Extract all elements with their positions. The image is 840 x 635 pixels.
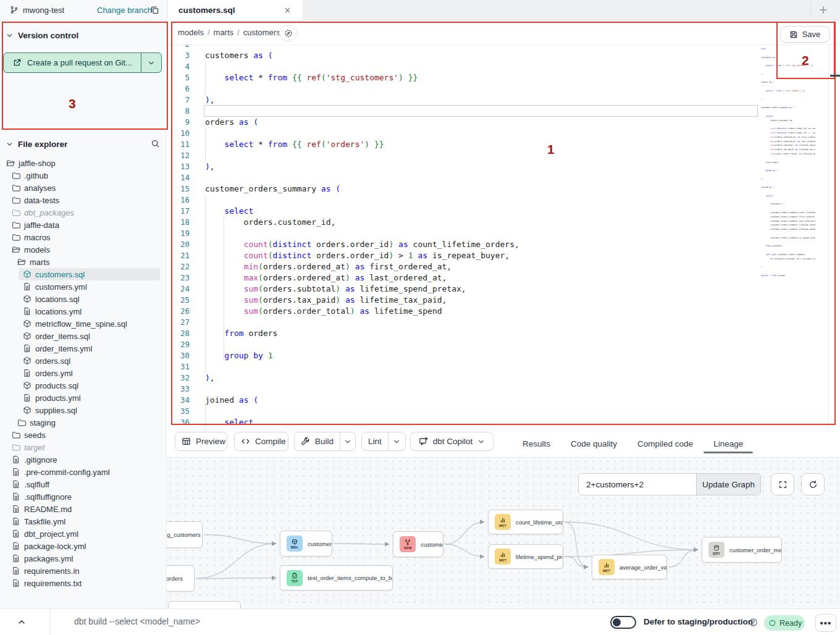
lint-button[interactable]: Lint xyxy=(361,432,406,451)
command-input-placeholder[interactable]: dbt build --select <model_name> xyxy=(74,616,200,626)
file-tree-item-packages.yml[interactable]: packages.yml xyxy=(0,552,166,565)
file-tree-item-customers.sql[interactable]: customers.sql xyxy=(19,268,160,280)
model-cube-icon xyxy=(23,381,32,390)
save-button[interactable]: Save xyxy=(780,26,830,43)
file-tree-item-dbt_project.yml[interactable]: dbt_project.yml xyxy=(0,528,166,540)
change-branch-link[interactable]: Change branch xyxy=(97,6,152,15)
file-tree-item-products.sql[interactable]: products.sql xyxy=(0,379,166,392)
file-tree-item-orders.yml[interactable]: orders.yml xyxy=(0,367,166,379)
build-dropdown-chevron[interactable] xyxy=(340,432,355,450)
file-tree-label: orders.sql xyxy=(35,356,70,366)
new-tab-plus-icon[interactable] xyxy=(818,5,828,15)
file-tree-item-seeds[interactable]: seeds xyxy=(0,429,166,441)
file-tree-item-staging[interactable]: staging xyxy=(0,416,166,429)
lineage-node-stg_orders[interactable]: orders xyxy=(167,565,195,592)
file-tree-item-macros[interactable]: macros xyxy=(0,231,166,243)
breadcrumb-item-models[interactable]: models xyxy=(178,28,204,37)
file-icon xyxy=(23,282,32,291)
code-line-35: 35 xyxy=(167,406,840,417)
create-pull-request-button[interactable]: Create a pull request on Git... xyxy=(3,53,162,73)
chevron-down-icon xyxy=(6,141,13,148)
lineage-node-stg_customers[interactable]: stg_customers xyxy=(167,521,203,548)
breadcrumb-item-marts[interactable]: marts xyxy=(214,28,234,37)
lineage-node-qry_metrics[interactable]: QRYcustomer_order_metrics xyxy=(702,537,782,563)
code-line-5: 5 select * from {{ ref('stg_customers') … xyxy=(167,72,840,83)
file-tree-item-requirements.in[interactable]: requirements.in xyxy=(0,565,166,577)
file-tree-label: metricflow_time_spine.sql xyxy=(35,319,127,329)
lineage-node-tst_order_items[interactable]: TSTtest_order_items_compute_to_bools... xyxy=(280,565,393,591)
lineage-node-label: customers xyxy=(421,541,443,548)
file-tree-item-jaffle-data[interactable]: jaffle-data xyxy=(0,219,166,231)
file-tree-item-supplies.sql[interactable]: supplies.sql xyxy=(0,404,166,416)
file-tree-item-metricflow_time_spine.sql[interactable]: metricflow_time_spine.sql xyxy=(0,318,166,330)
chevron-up-icon[interactable] xyxy=(17,618,26,626)
version-control-header[interactable]: Version control xyxy=(6,31,78,40)
file-explorer-header[interactable]: File explorer xyxy=(6,140,67,149)
search-icon[interactable] xyxy=(151,139,160,148)
scrollbar-gutter xyxy=(828,44,829,431)
lineage-selector-input[interactable] xyxy=(579,474,696,495)
preview-button[interactable]: Preview xyxy=(175,432,227,451)
help-icon[interactable] xyxy=(749,618,758,627)
file-tree-item-README.md[interactable]: README.md xyxy=(0,503,166,515)
file-tree-item-order_items.sql[interactable]: order_items.sql xyxy=(0,330,166,342)
file-tree-item-order_items.yml[interactable]: order_items.yml xyxy=(0,342,166,355)
file-tree-item-models[interactable]: models xyxy=(0,243,166,256)
file-tree-item-requirements.txt[interactable]: requirements.txt xyxy=(0,577,166,589)
file-tree-item-.sqlfluff[interactable]: .sqlfluff xyxy=(0,478,166,490)
build-button[interactable]: Build xyxy=(294,432,356,451)
sem-badge: SEM xyxy=(400,536,416,552)
pr-dropdown-chevron[interactable] xyxy=(141,53,161,72)
breadcrumb-separator: / xyxy=(208,28,210,37)
file-tree-item-.gitignore[interactable]: .gitignore xyxy=(0,453,166,466)
update-graph-button[interactable]: Update Graph xyxy=(696,474,760,495)
file-tree-item-.pre-commit-config.yaml[interactable]: .pre-commit-config.yaml xyxy=(0,466,166,478)
lineage-node-mdl_customers[interactable]: MDLcustomers xyxy=(280,531,332,557)
file-tree-item-target[interactable]: target xyxy=(0,441,166,453)
file-tree-item-data-tests[interactable]: data-tests xyxy=(0,194,166,206)
defer-toggle[interactable] xyxy=(610,616,636,629)
file-tree-item-jaffle-shop[interactable]: jaffle-shop xyxy=(0,157,166,169)
editor-tab-customers-sql[interactable]: customers.sql xyxy=(167,0,303,20)
close-icon[interactable] xyxy=(284,6,292,14)
lineage-node-met_pretax[interactable]: METlifetime_spend_pretax xyxy=(488,544,563,569)
lineage-node-met_aov[interactable]: METaverage_order_value xyxy=(592,555,667,579)
indent-guide xyxy=(205,406,206,431)
compile-button[interactable]: Compile xyxy=(234,432,288,451)
lineage-node-sem_customers[interactable]: SEMcustomers xyxy=(393,531,443,557)
refresh-button[interactable] xyxy=(801,473,825,495)
editor-minimap[interactable]: with customers as ( select * from {{ ref… xyxy=(761,47,815,293)
lineage-edge-met_count-to-qry_metrics xyxy=(565,522,698,550)
file-tree-item-.github[interactable]: .github xyxy=(0,169,166,182)
file-tree-item-Taskfile.yml[interactable]: Taskfile.yml xyxy=(0,515,166,528)
lineage-node-label: customers xyxy=(308,540,332,547)
dbt-explorer-compass-button[interactable] xyxy=(279,25,298,41)
file-tree-item-.sqlfluffignore[interactable]: .sqlfluffignore xyxy=(0,490,166,503)
file-tree-label: customers.sql xyxy=(35,270,85,279)
code-line-21: 21 count(distinct orders.order_id) > 1 a… xyxy=(167,250,840,261)
file-tree-item-package-lock.yml[interactable]: package-lock.yml xyxy=(0,540,166,552)
dbt-copilot-button[interactable]: dbt Copilot xyxy=(410,432,494,451)
file-tree-item-dbt_packages[interactable]: dbt_packages xyxy=(0,206,166,219)
file-tree-label: analyses xyxy=(24,183,56,193)
file-tree-item-customers.yml[interactable]: customers.yml xyxy=(0,280,166,293)
fullscreen-button[interactable] xyxy=(771,473,794,495)
lineage-node-met_count[interactable]: METcount_lifetime_orders xyxy=(488,510,563,534)
tab-code-quality[interactable]: Code quality xyxy=(571,431,617,457)
more-options-button[interactable]: ••• xyxy=(815,614,836,632)
code-area[interactable]: 23customers as (45 select * from {{ ref(… xyxy=(167,44,840,431)
file-tree-item-marts[interactable]: marts xyxy=(0,256,166,268)
copy-icon[interactable] xyxy=(150,6,159,15)
tab-compiled-code[interactable]: Compiled code xyxy=(637,431,693,457)
code-line-6: 6 xyxy=(167,83,840,95)
breadcrumb: models/marts/customers.sql xyxy=(178,28,293,37)
file-tree-item-locations.yml[interactable]: locations.yml xyxy=(0,305,166,318)
ready-status-badge: Ready xyxy=(764,615,805,631)
lint-dropdown-chevron[interactable] xyxy=(388,432,405,450)
file-tree-item-orders.sql[interactable]: orders.sql xyxy=(0,355,166,367)
file-tree-item-locations.sql[interactable]: locations.sql xyxy=(0,293,166,305)
tab-lineage[interactable]: Lineage xyxy=(713,431,743,457)
tab-results[interactable]: Results xyxy=(523,431,550,457)
file-tree-item-products.yml[interactable]: products.yml xyxy=(0,392,166,404)
file-tree-item-analyses[interactable]: analyses xyxy=(0,182,166,194)
